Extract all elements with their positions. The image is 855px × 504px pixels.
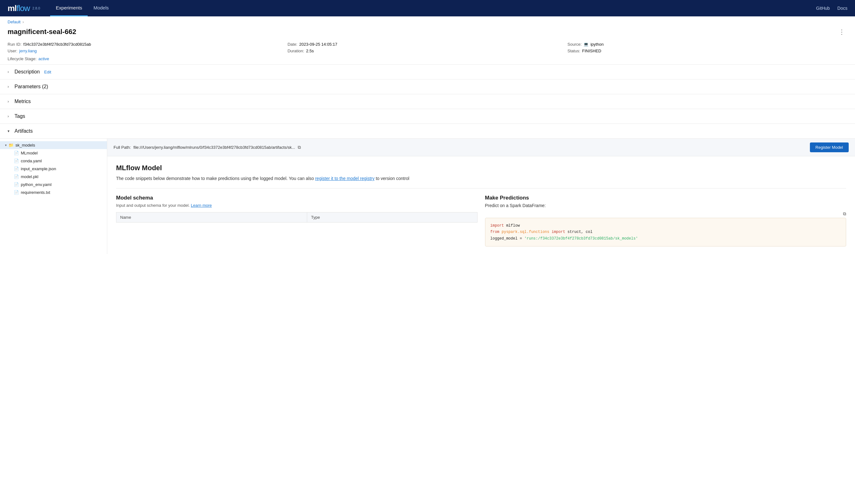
schema-col-type: Type [307,213,477,222]
predict-spark-label: Predict on a Spark DataFrame: [485,203,847,208]
code-line-2: logged_model = 'runs:/f34c3372e3bf4f278c… [490,235,841,242]
file-name-4: python_env.yaml [21,182,51,187]
parameters-chevron: › [7,85,12,89]
code-block: import mlflow from pyspark.sql.functions… [485,218,847,247]
duration-label: Duration: [287,49,304,53]
nav-models[interactable]: Models [88,0,114,16]
schema-desc: Input and output schema for your model. … [116,203,477,208]
breadcrumb: Default › [0,16,855,25]
run-id-value: f34c3372e3bf4f278cb3fd73cd0815ab [23,42,91,47]
full-path-label: Full Path: [114,145,131,150]
full-path-text: Full Path: file:///Users/jerry.liang/mlf… [114,145,301,150]
folder-icon: 📁 [8,143,14,147]
file-icon-5: 📄 [14,190,19,195]
nav-github[interactable]: GitHub [816,6,830,11]
mlflow-model-content: MLflow Model The code snippets below dem… [107,156,855,254]
date-value: 2023-09-25 14:05:17 [299,42,337,47]
copy-path-icon[interactable]: ⧉ [298,145,301,150]
schema-title: Model schema [116,195,477,201]
artifacts-chevron: ▾ [7,129,12,133]
parameters-title: Parameters (2) [15,84,48,90]
metrics-title: Metrics [15,98,31,104]
source-value: ipython [590,42,604,47]
schema-table: Name Type [116,212,477,222]
learn-more-link[interactable]: Learn more [191,203,212,208]
brand-ml: mlflow [7,3,30,13]
section-artifacts: ▾ Artifacts [0,124,855,138]
tree-file-input-example[interactable]: 📄 input_example.json [0,165,107,173]
page-title: magnificent-seal-662 [7,28,76,36]
status-item: Status: FINISHED [568,49,848,53]
description-chevron: › [7,70,12,74]
file-name-5: requirements.txt [21,190,50,195]
tree-file-requirements[interactable]: 📄 requirements.txt [0,188,107,196]
duration-item: Duration: 2.5s [287,49,568,53]
page-header: magnificent-seal-662 ⋮ [0,25,855,41]
file-icon-2: 📄 [14,166,19,171]
tags-title: Tags [15,113,25,119]
file-icon-4: 📄 [14,182,19,187]
artifacts-title: Artifacts [15,128,33,134]
full-path-bar: Full Path: file:///Users/jerry.liang/mlf… [107,139,855,156]
mlflow-model-desc: The code snippets below demonstrate how … [116,175,846,182]
description-edit[interactable]: Edit [44,70,51,74]
file-icon-0: 📄 [14,151,19,156]
source-label: Source: [568,42,581,47]
copy-code-icon[interactable]: ⧉ [843,211,846,217]
status-label: Status: [568,49,580,53]
file-name-3: model.pkl [21,174,38,179]
folder-name: sk_models [15,143,35,147]
nav-docs[interactable]: Docs [837,6,848,11]
nav-right: GitHub Docs [816,6,848,11]
tree-file-model-pkl[interactable]: 📄 model.pkl [0,173,107,181]
date-label: Date: [287,42,297,47]
source-icon: 💻 [583,42,589,47]
run-id-item: Run ID: f34c3372e3bf4f278cb3fd73cd0815ab [7,42,287,47]
predictions-col: Make Predictions Predict on a Spark Data… [485,195,847,247]
tags-chevron: › [7,114,12,119]
lifecycle-row: Lifecycle Stage: active [0,56,855,64]
user-item: User: jerry.liang [7,49,287,53]
artifacts-body: ▾ 📁 sk_models 📄 MLmodel 📄 conda.yaml 📄 i… [0,138,855,254]
brand-version: 2.8.0 [33,6,40,10]
tree-folder-sk-models[interactable]: ▾ 📁 sk_models [0,141,107,149]
file-icon-1: 📄 [14,159,19,163]
schema-col: Model schema Input and output schema for… [116,195,477,247]
duration-value: 2.5s [306,49,314,53]
breadcrumb-parent[interactable]: Default [7,20,20,24]
register-model-button[interactable]: Register Model [810,142,849,152]
predict-copy-area: ⧉ [485,211,847,217]
tags-header[interactable]: › Tags [7,109,848,124]
description-header[interactable]: › Description Edit [7,65,848,79]
kebab-menu-button[interactable]: ⋮ [836,27,848,37]
date-item: Date: 2023-09-25 14:05:17 [287,42,568,47]
full-path-value: file:///Users/jerry.liang/mlflow/mlruns/… [134,145,295,150]
file-name-0: MLmodel [21,151,37,156]
artifacts-header[interactable]: ▾ Artifacts [7,124,848,138]
schema-col-name: Name [116,213,307,222]
navbar: mlflow 2.8.0 Experiments Models GitHub D… [0,0,855,16]
file-name-2: input_example.json [21,166,56,171]
lifecycle-value: active [38,56,49,61]
status-value: FINISHED [582,49,601,53]
file-tree: ▾ 📁 sk_models 📄 MLmodel 📄 conda.yaml 📄 i… [0,139,107,254]
metrics-chevron: › [7,99,12,104]
nav-experiments[interactable]: Experiments [50,0,88,16]
lifecycle-label: Lifecycle Stage: [7,56,37,61]
user-label: User: [7,49,17,53]
folder-arrow: ▾ [5,143,6,147]
nav-links: Experiments Models [50,0,816,16]
tree-file-conda[interactable]: 📄 conda.yaml [0,157,107,165]
meta-grid: Run ID: f34c3372e3bf4f278cb3fd73cd0815ab… [0,41,855,56]
metrics-header[interactable]: › Metrics [7,94,848,109]
tree-file-mlmodel[interactable]: 📄 MLmodel [0,149,107,157]
predictions-title: Make Predictions [485,195,847,201]
code-line-1: from pyspark.sql.functions import struct… [490,229,841,235]
section-parameters: › Parameters (2) [0,79,855,94]
user-value[interactable]: jerry.liang [19,49,37,53]
registry-link[interactable]: register it to the model registry [315,176,374,181]
section-description: › Description Edit [0,64,855,79]
tree-file-python-env[interactable]: 📄 python_env.yaml [0,181,107,188]
parameters-header[interactable]: › Parameters (2) [7,79,848,94]
breadcrumb-separator: › [22,20,24,24]
